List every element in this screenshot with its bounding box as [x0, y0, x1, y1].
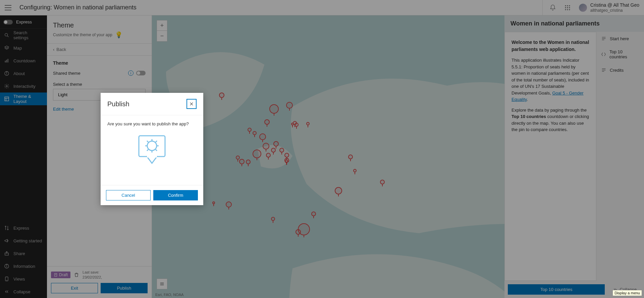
modal-body: Are you sure you want to publish the app… — [101, 115, 203, 185]
context-tooltip: Display a menu — [612, 290, 642, 296]
svg-line-52 — [147, 150, 148, 151]
svg-line-51 — [156, 141, 157, 142]
modal-footer: Cancel Confirm — [101, 185, 203, 205]
svg-line-50 — [156, 150, 157, 151]
modal-title: Publish — [107, 100, 129, 108]
modal-close-button[interactable] — [186, 99, 197, 109]
modal-overlay[interactable]: Publish Are you sure you want to publish… — [0, 0, 644, 298]
modal-message: Are you sure you want to publish the app… — [107, 121, 197, 126]
svg-point-44 — [147, 141, 157, 151]
publish-illustration-icon — [137, 134, 167, 166]
cancel-button[interactable]: Cancel — [106, 190, 151, 200]
svg-rect-42 — [139, 136, 165, 157]
svg-rect-43 — [147, 156, 157, 158]
modal-illustration — [107, 134, 197, 166]
svg-line-49 — [147, 141, 148, 142]
publish-modal: Publish Are you sure you want to publish… — [101, 93, 203, 205]
confirm-button[interactable]: Confirm — [153, 190, 198, 200]
modal-header: Publish — [101, 93, 203, 115]
close-icon — [189, 102, 194, 106]
